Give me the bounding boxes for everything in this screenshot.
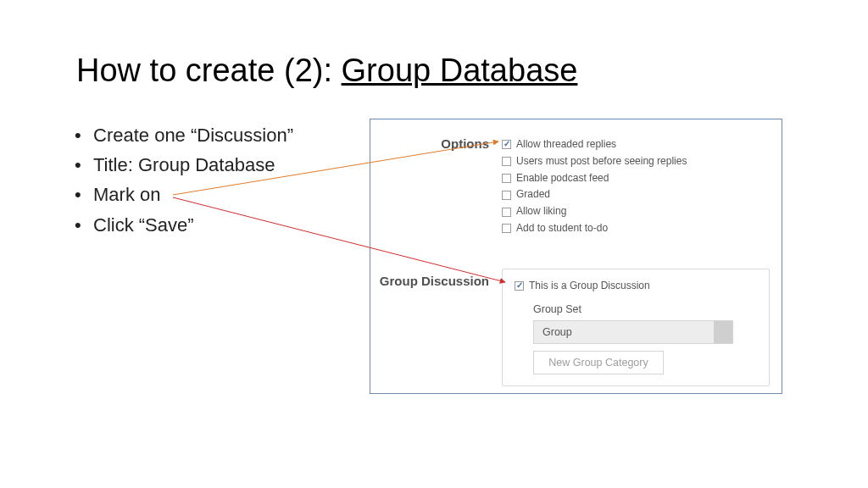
checkbox-icon [502,157,511,166]
new-group-category-button[interactable]: New Group Category [533,351,664,374]
group-discussion-section-label: Group Discussion [366,274,489,288]
option-add-todo[interactable]: Add to student to-do [502,220,687,237]
checkbox-icon [502,208,511,217]
instruction-list: Create one “Discussion” Title: Group Dat… [78,120,293,240]
option-podcast-feed[interactable]: Enable podcast feed [502,170,687,187]
option-label: Graded [516,186,550,203]
checkbox-icon [515,281,524,291]
option-label: Allow threaded replies [516,136,616,153]
slide-title-link: Group Database [342,53,578,88]
group-set-select[interactable]: Group [533,320,733,344]
option-label: Allow liking [516,203,566,220]
checkbox-icon [502,174,511,183]
group-set-label: Group Set [533,303,757,315]
checkbox-icon [502,224,511,233]
chevron-down-icon [714,321,732,343]
option-label: This is a Group Discussion [529,280,650,291]
list-item: Mark on [78,180,293,209]
option-allow-threaded[interactable]: Allow threaded replies [502,136,687,153]
group-discussion-subpanel: This is a Group Discussion Group Set Gro… [502,269,770,386]
option-allow-liking[interactable]: Allow liking [502,203,687,220]
list-item: Click “Save” [78,210,293,240]
options-panel-screenshot: Options Allow threaded replies Users mus… [370,119,782,394]
list-item: Create one “Discussion” [78,120,293,150]
options-section-label: Options [366,136,489,151]
select-value: Group [542,326,572,338]
option-label: Users must post before seeing replies [516,153,687,170]
options-checklist: Allow threaded replies Users must post b… [502,136,687,237]
option-graded[interactable]: Graded [502,186,687,203]
option-label: Add to student to-do [516,220,608,237]
checkbox-icon [502,140,511,149]
list-item: Title: Group Database [78,150,293,180]
option-is-group-discussion[interactable]: This is a Group Discussion [515,280,757,291]
option-users-post-first[interactable]: Users must post before seeing replies [502,153,687,170]
slide-title: How to create (2): Group Database [76,53,577,89]
checkbox-icon [502,191,511,200]
option-label: Enable podcast feed [516,170,609,187]
slide-title-prefix: How to create (2): [76,53,342,88]
